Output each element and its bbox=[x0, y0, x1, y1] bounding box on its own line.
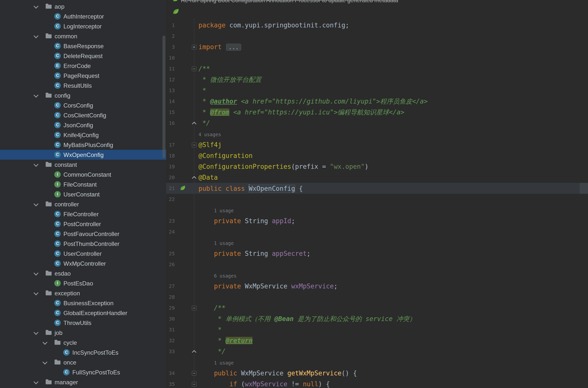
chevron-down-icon[interactable] bbox=[33, 290, 39, 296]
tree-file-PostThumbController[interactable]: CPostThumbController bbox=[0, 239, 166, 249]
chevron-down-icon[interactable] bbox=[42, 340, 48, 345]
line-number[interactable]: 12 bbox=[166, 77, 175, 83]
tree-folder-aop[interactable]: aop bbox=[0, 1, 166, 11]
code-text[interactable]: public class WxOpenConfig { bbox=[198, 184, 303, 192]
tree-file-ErrorCode[interactable]: EErrorCode bbox=[0, 61, 166, 71]
code-text[interactable]: * 单例模式（不用 @Bean 是为了防止和公众号的 service 冲突） bbox=[198, 315, 416, 323]
tree-file-IncSyncPostToEs[interactable]: CIncSyncPostToEs bbox=[0, 347, 166, 357]
tree-file-BaseResponse[interactable]: CBaseResponse bbox=[0, 41, 166, 51]
code-text[interactable]: private String appId; bbox=[198, 217, 295, 225]
line-number[interactable]: 22 bbox=[166, 196, 175, 202]
line-number[interactable]: 16 bbox=[166, 120, 175, 126]
tree-file-ResultUtils[interactable]: CResultUtils bbox=[0, 81, 166, 91]
line-number[interactable]: 30 bbox=[166, 316, 175, 322]
line-number[interactable]: 2 bbox=[166, 33, 175, 39]
line-number[interactable]: 18 bbox=[166, 153, 175, 159]
project-tree-scrollbar[interactable] bbox=[162, 36, 165, 158]
fold-minus-icon[interactable]: − bbox=[190, 371, 198, 376]
code-text[interactable]: @Slf4j bbox=[198, 141, 222, 148]
tree-folder-constant[interactable]: constant bbox=[0, 160, 166, 170]
tree-file-UserConstant[interactable]: IUserConstant bbox=[0, 189, 166, 199]
line-number[interactable]: 3 bbox=[166, 44, 175, 50]
tree-file-PostEsDao[interactable]: IPostEsDao bbox=[0, 278, 166, 288]
usages-inlay-hint[interactable]: 4 usages bbox=[198, 132, 221, 137]
chevron-down-icon[interactable] bbox=[33, 33, 39, 39]
tree-file-GlobalExceptionHandler[interactable]: CGlobalExceptionHandler bbox=[0, 308, 166, 318]
code-text[interactable]: @Data bbox=[198, 174, 218, 181]
line-number[interactable]: 35 bbox=[166, 381, 175, 387]
tree-folder-config[interactable]: config bbox=[0, 91, 166, 100]
tree-file-ThrowUtils[interactable]: CThrowUtils bbox=[0, 318, 166, 328]
tree-file-WxOpenConfig[interactable]: CWxOpenConfig bbox=[0, 150, 166, 160]
code-text[interactable]: private String appSecret; bbox=[198, 250, 310, 257]
usages-inlay-hint[interactable]: 1 usage bbox=[214, 241, 234, 246]
tree-folder-job[interactable]: job bbox=[0, 328, 166, 338]
tree-file-PostFavourController[interactable]: CPostFavourController bbox=[0, 229, 166, 239]
fold-end-icon[interactable] bbox=[190, 121, 198, 125]
tree-file-DeleteRequest[interactable]: CDeleteRequest bbox=[0, 51, 166, 61]
fold-end-icon[interactable] bbox=[190, 175, 198, 180]
code-text[interactable]: @ConfigurationProperties(prefix = "wx.op… bbox=[198, 163, 369, 170]
tree-file-BusinessException[interactable]: CBusinessException bbox=[0, 298, 166, 308]
tree-file-FullSyncPostToEs[interactable]: CFullSyncPostToEs bbox=[0, 367, 166, 377]
code-text[interactable]: */ bbox=[198, 119, 210, 127]
line-number[interactable]: 10 bbox=[166, 55, 175, 61]
line-number[interactable]: 23 bbox=[166, 218, 175, 224]
code-text[interactable]: * @return bbox=[198, 337, 253, 344]
code-text[interactable]: * bbox=[198, 326, 222, 333]
line-number[interactable]: 25 bbox=[166, 251, 175, 257]
code-text[interactable]: /** bbox=[198, 65, 210, 73]
usages-inlay-hint[interactable]: 1 usage bbox=[214, 360, 234, 365]
tree-folder-esdao[interactable]: esdao bbox=[0, 268, 166, 278]
fold-minus-icon[interactable]: − bbox=[190, 306, 198, 310]
line-number[interactable]: 13 bbox=[166, 88, 175, 94]
code-text[interactable]: if (wxMpService != null) { bbox=[198, 380, 330, 388]
line-number[interactable]: 24 bbox=[166, 229, 175, 235]
line-number[interactable]: 15 bbox=[166, 109, 175, 115]
code-text[interactable]: package com.yupi.springbootinit.config; bbox=[198, 22, 349, 29]
tree-file-AuthInterceptor[interactable]: CAuthInterceptor bbox=[0, 11, 166, 21]
chevron-down-icon[interactable] bbox=[33, 330, 39, 336]
tree-file-FileController[interactable]: CFileController bbox=[0, 209, 166, 219]
tree-file-WxMpController[interactable]: CWxMpController bbox=[0, 259, 166, 268]
line-number[interactable]: 26 bbox=[166, 262, 175, 267]
tree-file-CosClientConfig[interactable]: CCosClientConfig bbox=[0, 110, 166, 120]
line-number[interactable]: 32 bbox=[166, 338, 175, 343]
line-number[interactable]: 17 bbox=[166, 142, 175, 148]
tree-file-PostController[interactable]: CPostController bbox=[0, 219, 166, 229]
code-text[interactable]: @Configuration bbox=[198, 152, 253, 159]
fold-plus-icon[interactable]: + bbox=[190, 45, 198, 49]
tree-folder-manager[interactable]: manager bbox=[0, 377, 166, 387]
tree-file-MyBatisPlusConfig[interactable]: CMyBatisPlusConfig bbox=[0, 140, 166, 150]
chevron-down-icon[interactable] bbox=[33, 379, 39, 385]
line-number[interactable]: 28 bbox=[166, 294, 175, 300]
tree-file-UserController[interactable]: CUserController bbox=[0, 249, 166, 259]
spring-bean-icon[interactable] bbox=[175, 185, 190, 192]
fold-minus-icon[interactable]: − bbox=[190, 67, 198, 71]
code-text[interactable]: * 微信开放平台配置 bbox=[198, 75, 261, 84]
tree-folder-once[interactable]: once bbox=[0, 357, 166, 367]
chevron-down-icon[interactable] bbox=[33, 162, 39, 168]
chevron-down-icon[interactable] bbox=[33, 3, 39, 9]
code-text[interactable]: import ... bbox=[198, 43, 242, 51]
code-text[interactable]: /** bbox=[198, 304, 226, 312]
line-number[interactable]: 11 bbox=[166, 66, 175, 72]
chevron-down-icon[interactable] bbox=[33, 93, 39, 98]
tree-file-JsonConfig[interactable]: CJsonConfig bbox=[0, 120, 166, 130]
code-text[interactable]: private WxMpService wxMpService; bbox=[198, 283, 338, 290]
line-number[interactable]: 34 bbox=[166, 370, 175, 376]
chevron-down-icon[interactable] bbox=[42, 359, 48, 365]
tree-folder-cycle[interactable]: cycle bbox=[0, 338, 166, 347]
fold-minus-icon[interactable]: − bbox=[190, 382, 198, 387]
fold-end-icon[interactable] bbox=[190, 349, 198, 354]
usages-inlay-hint[interactable]: 1 usage bbox=[214, 208, 234, 213]
code-text[interactable]: public WxMpService getWxMpService() { bbox=[198, 369, 357, 377]
tree-file-CorsConfig[interactable]: CCorsConfig bbox=[0, 100, 166, 110]
fold-minus-icon[interactable]: − bbox=[190, 143, 198, 147]
line-number[interactable]: 29 bbox=[166, 305, 175, 311]
tree-file-PageRequest[interactable]: CPageRequest bbox=[0, 71, 166, 81]
tree-folder-common[interactable]: common bbox=[0, 31, 166, 41]
folded-imports-region[interactable]: ... bbox=[226, 44, 241, 51]
line-number[interactable]: 20 bbox=[166, 174, 175, 180]
line-number[interactable]: 1 bbox=[166, 22, 175, 28]
